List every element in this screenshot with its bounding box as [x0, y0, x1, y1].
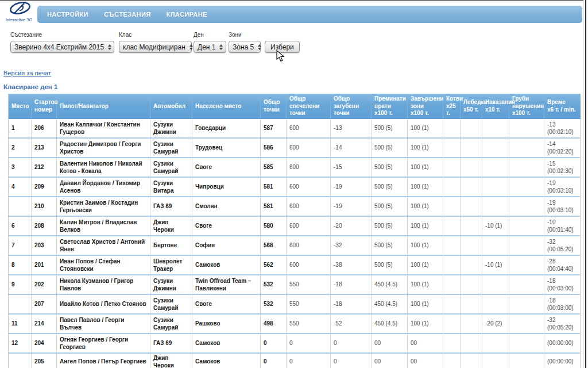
cell-points-won: 600	[287, 255, 331, 275]
table-row: 3212Валентин Николов / Николай Котов - К…	[9, 158, 581, 177]
column-header-total-points: Общо точки	[261, 94, 287, 119]
cell-town: Самоков	[192, 334, 261, 353]
window-top-border	[0, 0, 588, 1]
cell-car: ГАЗ 69	[150, 197, 192, 216]
cell-gross-violations	[509, 158, 544, 177]
day-select[interactable]: Ден 1	[194, 41, 226, 53]
cell-town: София	[192, 236, 261, 255]
cell-points-won: 600	[287, 197, 331, 216]
cell-gates-passed: 00	[372, 353, 408, 368]
cell-anchors	[443, 353, 461, 368]
cell-gross-violations	[509, 255, 544, 275]
column-header-anchors: Котви x25 т.	[443, 94, 461, 119]
select-button[interactable]: Избери	[265, 41, 300, 53]
cell-crew: Огнян Георгиев / Георги Георгиев	[57, 334, 150, 353]
cell-winches	[461, 236, 482, 255]
table-row: 9202Никола Кузманов / Григор ПавловСузук…	[9, 275, 581, 294]
table-row: 8201Иван Попов / Стефан СтояновскиШеврол…	[9, 255, 581, 275]
competition-filter: Състезание Зверино 4x4 Екстрийм 2015	[10, 32, 114, 53]
cell-zones-finished: 100 (1)	[408, 236, 443, 255]
cell-place: 6	[9, 216, 32, 236]
cell-crew: Данаил Йорданов / Тихомир Асенов	[57, 177, 150, 197]
cell-total-points: 585	[261, 158, 287, 177]
column-header-place: Място	[9, 94, 32, 119]
cell-time: -14 (00:02:20)	[544, 138, 581, 158]
class-select[interactable]: клас Модифициран	[119, 41, 192, 53]
table-row: 205Ангел Попов / Петър ГеоргиевДжип Черо…	[9, 353, 581, 368]
cell-total-points: 587	[261, 119, 287, 138]
zones-value: Зона 5	[233, 43, 254, 51]
cell-start-number: 205	[32, 353, 57, 368]
cell-penalties	[482, 334, 509, 353]
column-header-crew: Пилот/Навигатор	[57, 94, 150, 119]
cell-points-won: 550	[287, 275, 331, 294]
column-header-start-number: Стартов номер	[32, 94, 57, 119]
table-head: МястоСтартов номерПилот/НавигаторАвтомоб…	[9, 94, 581, 119]
cell-penalties	[482, 236, 509, 255]
cell-penalties	[482, 353, 509, 368]
cell-winches	[461, 314, 482, 334]
cell-start-number: 210	[32, 197, 57, 216]
cell-points-lost: -13	[331, 119, 372, 138]
cell-points-won: 600	[287, 177, 331, 197]
day-filter: Ден Ден 1	[194, 32, 226, 53]
cell-start-number: 201	[32, 255, 57, 275]
cell-zones-finished: 100 (1)	[408, 255, 443, 275]
cell-town: Своге	[192, 294, 261, 314]
table-row: 2213Радостин Димитров / Георги ХристовСу…	[9, 138, 581, 158]
cell-time: (00:00:00)	[544, 353, 581, 368]
cell-winches	[461, 255, 482, 275]
cell-crew: Валентин Николов / Николай Котов - Кокал…	[57, 158, 150, 177]
cell-crew: Радостин Димитров / Георги Христов	[57, 138, 150, 158]
main-nav: НАСТРОЙКИСЪСТЕЗАНИЯКЛАСИРАНЕ	[37, 6, 582, 23]
cell-time: -32 (00:05:20)	[544, 236, 581, 255]
cell-zones-finished: 100 (1)	[408, 197, 443, 216]
vertical-scrollbar-thumb[interactable]	[585, 0, 586, 368]
cell-crew: Иван Попов / Стефан Стояновски	[57, 255, 150, 275]
cell-crew: Калин Митров / Владислав Велков	[57, 216, 150, 236]
cell-place: 11	[9, 314, 32, 334]
cell-car: Сузуки Джимни	[150, 119, 192, 138]
print-version-link[interactable]: Версия за печат	[3, 70, 51, 76]
cell-penalties: -10 (1)	[482, 216, 509, 236]
stepper-icon	[104, 44, 111, 50]
nav-tab-settings[interactable]: НАСТРОЙКИ	[44, 9, 92, 20]
cell-gates-passed: 450 (4.5)	[372, 294, 408, 314]
cell-total-points: 581	[261, 177, 287, 197]
column-header-winches: Лебедки x50 т.	[461, 94, 482, 119]
nav-tab-competitions[interactable]: СЪСТЕЗАНИЯ	[100, 9, 154, 20]
cell-gross-violations	[509, 353, 544, 368]
table-row: 6208Калин Митров / Владислав ВелковДжип …	[9, 216, 581, 236]
cell-gates-passed: 00	[372, 334, 408, 353]
cell-time: -19 (00:03:10)	[544, 177, 581, 197]
cell-penalties	[482, 119, 509, 138]
cell-total-points: 562	[261, 255, 287, 275]
table-row: 207Ивайло Котов / Петко СтояновСузики Са…	[9, 294, 581, 314]
interactive-3g-logo: Interactive 3G	[2, 1, 36, 22]
cell-points-lost: 0	[331, 353, 372, 368]
cell-car: Сузики Самурай	[150, 314, 192, 334]
cell-time: -19 (00:03:10)	[544, 197, 581, 216]
column-header-points-lost: Общо загубени точки	[331, 94, 372, 119]
cell-total-points: 580	[261, 216, 287, 236]
cell-winches	[461, 275, 482, 294]
vertical-scrollbar-track[interactable]	[583, 0, 588, 368]
cell-time: -18 (00:03:00)	[544, 275, 581, 294]
cell-crew: Павел Павлов / Георги Вълчев	[57, 314, 150, 334]
cell-winches	[461, 294, 482, 314]
cell-crew: Ангел Попов / Петър Георгиев	[57, 353, 150, 368]
cell-gates-passed: 500 (5)	[372, 197, 408, 216]
cell-start-number: 209	[32, 177, 57, 197]
cell-gates-passed: 500 (5)	[372, 255, 408, 275]
cell-crew: Никола Кузманов / Григор Павлов	[57, 275, 150, 294]
competition-select[interactable]: Зверино 4x4 Екстрийм 2015	[10, 41, 114, 53]
cell-place: 3	[9, 158, 32, 177]
cell-total-points: 532	[261, 275, 287, 294]
zones-select[interactable]: Зона 5	[229, 41, 261, 53]
class-filter: Клас клас Модифициран	[119, 32, 192, 53]
cell-town: Своге	[192, 216, 261, 236]
day-value: Ден 1	[198, 43, 215, 51]
cell-start-number: 202	[32, 275, 57, 294]
cell-crew: Ивайло Котов / Петко Стоянов	[57, 294, 150, 314]
nav-tab-ranking[interactable]: КЛАСИРАНЕ	[163, 9, 211, 20]
